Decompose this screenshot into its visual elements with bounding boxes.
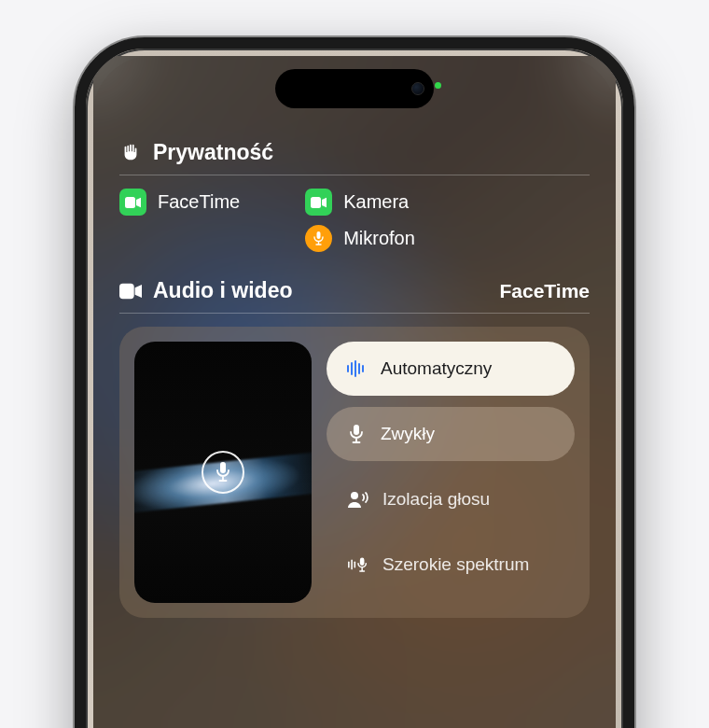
microphone-badge-icon — [305, 225, 332, 252]
privacy-app-label: FaceTime — [158, 191, 240, 213]
svg-rect-15 — [360, 558, 365, 566]
microphone-overlay-icon — [202, 451, 244, 494]
privacy-section: Prywatność FaceTime — [119, 140, 590, 252]
privacy-title: Prywatność — [153, 140, 590, 165]
facetime-app-icon — [119, 189, 146, 216]
camera-preview[interactable] — [134, 342, 312, 603]
svg-point-11 — [351, 492, 358, 499]
hand-icon — [119, 142, 142, 164]
mic-mode-panel: Automatyczny Zwykły — [119, 327, 590, 618]
privacy-header[interactable]: Prywatność — [119, 140, 590, 175]
dynamic-island — [275, 69, 434, 108]
audio-video-app: FaceTime — [500, 280, 591, 302]
svg-rect-0 — [125, 197, 135, 208]
standard-mic-icon — [345, 423, 368, 445]
audio-video-header[interactable]: Audio i wideo FaceTime — [119, 278, 590, 314]
front-camera — [411, 82, 424, 95]
mic-mode-automatic-label: Automatyczny — [381, 358, 492, 379]
audio-video-section: Audio i wideo FaceTime — [119, 278, 590, 618]
svg-rect-1 — [311, 197, 321, 208]
privacy-app-facetime[interactable]: FaceTime — [119, 189, 240, 216]
mic-mode-standard[interactable]: Zwykły — [327, 407, 575, 461]
svg-rect-4 — [220, 462, 226, 473]
svg-rect-3 — [119, 283, 134, 299]
automatic-waveform-icon — [345, 357, 368, 380]
wide-spectrum-icon — [347, 553, 369, 576]
microphone-label: Mikrofon — [343, 228, 415, 249]
iphone-frame: Prywatność FaceTime — [75, 37, 634, 728]
svg-rect-2 — [317, 231, 321, 239]
voice-isolation-icon — [347, 488, 369, 511]
mic-mode-voice-isolation-label: Izolacja głosu — [382, 489, 490, 510]
privacy-camera-indicator[interactable]: Kamera — [305, 189, 415, 216]
mic-mode-options: Automatyczny Zwykły — [327, 342, 575, 603]
screen: Prywatność FaceTime — [93, 56, 616, 728]
mic-mode-automatic[interactable]: Automatyczny — [327, 342, 575, 396]
mic-mode-wide-spectrum-label: Szerokie spektrum — [382, 554, 529, 575]
mic-mode-voice-isolation[interactable]: Izolacja głosu — [327, 472, 575, 526]
mic-mode-standard-label: Zwykły — [381, 424, 435, 444]
camera-active-indicator — [435, 82, 441, 89]
audio-video-title: Audio i wideo — [153, 278, 489, 303]
svg-rect-10 — [354, 425, 359, 435]
camera-label: Kamera — [343, 191, 409, 213]
privacy-microphone-indicator[interactable]: Mikrofon — [305, 225, 415, 252]
mic-mode-wide-spectrum[interactable]: Szerokie spektrum — [327, 538, 575, 592]
camera-badge-icon — [305, 189, 332, 216]
video-camera-icon — [119, 280, 142, 302]
